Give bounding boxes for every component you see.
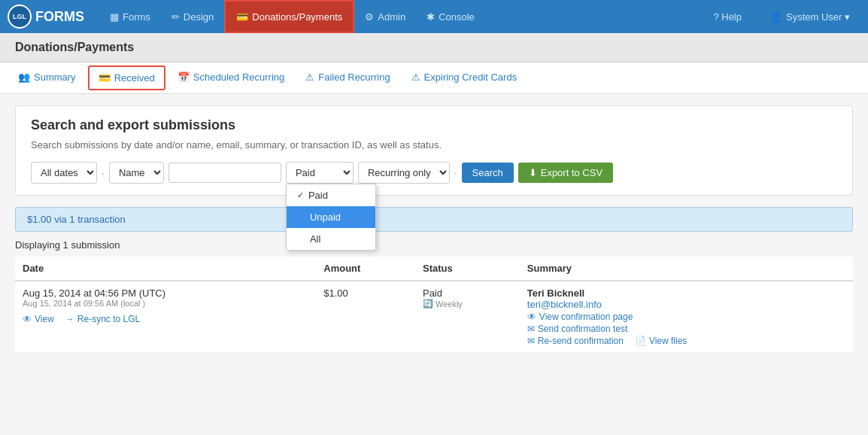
paid-label: Paid: [308, 190, 328, 201]
nav-admin-label: Admin: [378, 11, 405, 23]
status-option-paid[interactable]: ✓ Paid: [287, 184, 375, 206]
date-local: Aug 15, 2014 at 09:56 AM (local ): [23, 299, 308, 308]
date-filter-select[interactable]: All dates: [31, 162, 97, 184]
user-icon: 👤: [770, 11, 782, 23]
nav-console-label: Console: [439, 11, 475, 23]
search-title: Search and export submissions: [31, 117, 837, 133]
eye-icon: 👁: [23, 314, 32, 324]
mail-icon: ✉: [527, 324, 535, 334]
mail-icon2: ✉: [527, 336, 535, 346]
status-filter-select[interactable]: Paid Unpaid All: [286, 162, 354, 184]
view-confirmation-link[interactable]: 👁 View confirmation page: [527, 312, 845, 322]
search-input[interactable]: [168, 163, 281, 183]
nav-user-label: System User ▾: [786, 11, 850, 23]
all-label: All: [310, 233, 320, 245]
tab-summary[interactable]: 👥 Summary: [8, 64, 86, 93]
search-section: Search and export submissions Search sub…: [15, 105, 853, 196]
cell-status: Paid 🔄 Weekly: [415, 281, 520, 353]
view-label: View: [35, 314, 54, 324]
tab-summary-label: Summary: [34, 71, 76, 83]
table-body: Aug 15, 2014 at 04:56 PM (UTC) Aug 15, 2…: [15, 281, 853, 353]
resync-link[interactable]: → Re-sync to LGL: [65, 314, 140, 324]
file-icon: 📄: [635, 336, 646, 346]
recurring-filter-select[interactable]: Recurring only: [358, 162, 450, 184]
submissions-table: Date Amount Status Summary Aug 15, 2014 …: [15, 257, 853, 353]
tab-failed[interactable]: ⚠ Failed Recurring: [295, 64, 400, 93]
date-main: Aug 15, 2014 at 04:56 PM (UTC): [23, 287, 308, 299]
view-files-label: View files: [649, 336, 687, 346]
search-button-label: Search: [472, 167, 503, 178]
page-header: Donations/Payments: [0, 33, 868, 62]
nav-forms[interactable]: ▦ Forms: [99, 0, 161, 33]
col-date: Date: [15, 257, 316, 281]
donations-icon: 💳: [236, 11, 248, 23]
expiring-tab-icon: ⚠: [411, 71, 420, 83]
nav-user[interactable]: 👤 System User ▾: [760, 0, 860, 33]
unpaid-label: Unpaid: [310, 211, 341, 223]
tab-scheduled[interactable]: 📅 Scheduled Recurring: [167, 64, 295, 93]
admin-icon: ⚙: [365, 11, 374, 23]
row-actions: 👁 View → Re-sync to LGL: [23, 314, 308, 324]
tab-failed-label: Failed Recurring: [318, 71, 390, 83]
console-icon: ✱: [426, 11, 435, 23]
nav-admin[interactable]: ⚙ Admin: [354, 0, 416, 33]
summary-bar: $1.00 via 1 transaction: [15, 207, 853, 232]
summary-tab-icon: 👥: [18, 71, 30, 83]
recurring-label: Weekly: [436, 300, 463, 309]
resend-confirmation-label: Re-send confirmation: [538, 336, 624, 346]
nav-design-label: Design: [184, 11, 214, 23]
table-row: Aug 15, 2014 at 04:56 PM (UTC) Aug 15, 2…: [15, 281, 853, 353]
resync-label: Re-sync to LGL: [77, 314, 140, 324]
status-dropdown-wrapper: Paid Unpaid All ✓ Paid Unpaid: [286, 162, 354, 184]
nav-right: ? Help 👤 System User ▾: [703, 0, 860, 33]
nav-forms-label: Forms: [123, 11, 150, 23]
arrow-icon: →: [65, 314, 74, 324]
search-row: All dates · Name Paid Unpaid All ✓: [31, 162, 837, 184]
scheduled-tab-icon: 📅: [178, 71, 190, 83]
status-option-all[interactable]: All: [287, 228, 375, 250]
nav-donations-label: Donations/Payments: [252, 11, 342, 23]
field-filter-select[interactable]: Name: [109, 162, 164, 184]
tab-expiring-label: Expiring Credit Cards: [424, 71, 517, 83]
summary-email: teri@bicknell.info: [527, 299, 845, 310]
logo: LGL FORMS: [8, 5, 84, 29]
design-icon: ✏: [171, 11, 180, 23]
check-icon: ✓: [297, 190, 304, 200]
nav-design[interactable]: ✏ Design: [161, 0, 224, 33]
summary-name: Teri Bicknell: [527, 287, 845, 299]
tab-expiring[interactable]: ⚠ Expiring Credit Cards: [401, 64, 528, 93]
view-confirmation-label: View confirmation page: [539, 312, 633, 322]
page-title: Donations/Payments: [15, 41, 853, 54]
received-tab-icon: 💳: [99, 72, 111, 84]
nav-help[interactable]: ? Help: [703, 0, 752, 33]
nav-help-label: ? Help: [713, 11, 742, 23]
search-button[interactable]: Search: [462, 163, 514, 183]
view-link[interactable]: 👁 View: [23, 314, 54, 324]
tab-received[interactable]: 💳 Received: [88, 65, 165, 90]
cell-summary: Teri Bicknell teri@bicknell.info 👁 View …: [520, 281, 853, 353]
col-amount: Amount: [316, 257, 415, 281]
tab-scheduled-label: Scheduled Recurring: [193, 71, 284, 83]
logo-icon: LGL: [8, 5, 32, 29]
download-icon: ⬇: [529, 167, 537, 178]
main-content: Search and export submissions Search sub…: [0, 94, 868, 364]
cell-amount: $1.00: [316, 281, 415, 353]
export-button-label: Export to CSV: [541, 167, 602, 178]
status-option-unpaid[interactable]: Unpaid: [287, 206, 375, 228]
summary-bar-text: $1.00 via 1 transaction: [27, 214, 126, 225]
send-confirmation-link[interactable]: ✉ Send confirmation test: [527, 324, 845, 334]
tab-bar: 👥 Summary 💳 Received 📅 Scheduled Recurri…: [0, 62, 868, 94]
nav-console[interactable]: ✱ Console: [416, 0, 485, 33]
col-status: Status: [415, 257, 520, 281]
resend-confirmation-link[interactable]: ✉ Re-send confirmation: [527, 336, 624, 346]
nav-donations[interactable]: 💳 Donations/Payments: [224, 0, 354, 33]
dot-separator: ·: [102, 167, 105, 179]
export-button[interactable]: ⬇ Export to CSV: [518, 163, 613, 183]
displaying-text: Displaying 1 submission: [15, 239, 853, 251]
status-recurring: 🔄 Weekly: [423, 299, 512, 309]
view-files-link[interactable]: 📄 View files: [635, 336, 687, 346]
amount-value: $1.00: [323, 287, 348, 299]
search-description: Search submissions by date and/or name, …: [31, 139, 837, 151]
tab-received-label: Received: [114, 72, 155, 84]
nav-items: ▦ Forms ✏ Design 💳 Donations/Payments ⚙ …: [99, 0, 703, 33]
